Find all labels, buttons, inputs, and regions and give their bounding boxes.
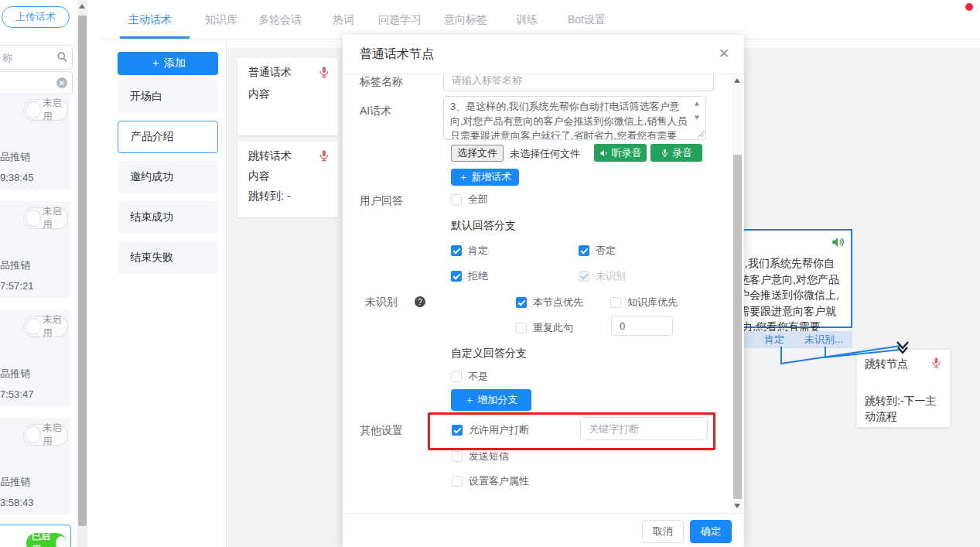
tab-hot-words[interactable]: 热词 — [333, 13, 354, 27]
ai-script-textarea[interactable]: 3、是这样的,我们系统先帮你自动打电话筛选客户意向,对您产品有意向的客户会推送到… — [443, 96, 706, 140]
choose-file-button[interactable]: 选择文件 — [451, 145, 504, 162]
unrecognized-label: 未识别 — [365, 296, 398, 309]
close-icon[interactable]: ✕ — [719, 46, 729, 62]
node-card-jump-script[interactable]: 跳转话术 内容 跳转到: - — [237, 142, 338, 217]
script-item-label: 邀约成功 — [130, 170, 173, 184]
checkbox-box[interactable] — [451, 245, 462, 256]
textarea-scroll-up[interactable] — [695, 102, 699, 106]
cancel-button[interactable]: 取消 — [642, 520, 684, 543]
checkbox-unrecognized-disabled: 未识别 — [579, 269, 626, 283]
tab-question-learning[interactable]: 问题学习 — [378, 13, 422, 27]
node-card-title: 普通话术 — [248, 66, 292, 80]
checkbox-customer-attr[interactable]: 设置客户属性 — [452, 474, 529, 488]
checkbox-box[interactable] — [516, 297, 527, 308]
checkbox-affirm[interactable]: 肯定 — [451, 244, 488, 258]
checkbox-box[interactable] — [451, 194, 462, 205]
script-item-label: 结束成功 — [130, 210, 173, 224]
help-icon[interactable]: ? — [415, 296, 425, 307]
tab-intent-label[interactable]: 意向标签 — [444, 13, 487, 27]
speaker-icon[interactable] — [831, 235, 845, 249]
enable-toggle-on[interactable]: 已启用 — [26, 533, 67, 547]
search-icon[interactable] — [56, 51, 68, 63]
checkbox-send-sms[interactable]: 发送短信 — [452, 450, 509, 463]
add-script-label: 添加 — [164, 56, 186, 69]
toggle-label: 未启用 — [43, 97, 68, 123]
checkbox-repeat[interactable]: 重复此句 — [516, 321, 573, 335]
checkbox-box[interactable] — [516, 323, 527, 333]
checkbox-label: 未识别 — [596, 269, 626, 283]
listen-recording-button[interactable]: 听录音 — [594, 144, 647, 162]
checkbox-negative[interactable]: 否定 — [579, 244, 616, 258]
script-item-opening[interactable]: 开场白 — [118, 80, 218, 113]
tab-multi-turn[interactable]: 多轮会话 — [258, 13, 302, 27]
checkbox-box[interactable] — [451, 271, 462, 282]
confirm-button[interactable]: 确定 — [690, 520, 732, 543]
checkbox-box[interactable] — [452, 476, 463, 487]
mic-icon — [318, 65, 330, 79]
modal-scroll-down[interactable] — [734, 504, 740, 508]
add-branch-button[interactable]: ＋ 增加分支 — [451, 389, 531, 411]
script-item-label: 结束失败 — [130, 251, 173, 265]
scroll-up-arrow[interactable] — [79, 4, 85, 9]
checkbox-box[interactable] — [610, 297, 621, 308]
enable-toggle[interactable]: 未启用 — [23, 316, 68, 337]
checkbox-node-first[interactable]: 本节点优先 — [516, 296, 583, 309]
checkbox-all[interactable]: 全部 — [451, 193, 488, 207]
checkbox-label: 设置客户属性 — [469, 474, 529, 488]
node-card-title: 跳转话术 — [248, 149, 292, 163]
modal-title: 普通话术节点 — [360, 46, 434, 63]
checkbox-kb-first[interactable]: 知识库优先 — [610, 296, 678, 309]
campaign-time: 9:38:45 — [0, 172, 33, 183]
active-tab-underline — [120, 36, 190, 39]
app-root: 上传话术 称 ✕ 未启用 品推销 9:38:45 未启用 品推销 7:57:21… — [0, 0, 980, 547]
node-card-normal-script[interactable]: 普通话术 内容 — [237, 58, 338, 135]
enable-toggle[interactable]: 未启用 — [23, 424, 68, 446]
campaign-card[interactable]: 未启用 品推销 7:57:21 — [0, 201, 70, 298]
toggle-knob — [26, 101, 41, 118]
tab-training[interactable]: 训练 — [516, 13, 538, 27]
checkbox-reject[interactable]: 拒绝 — [451, 269, 488, 283]
sidebar-scrollbar[interactable] — [77, 0, 87, 547]
campaign-name: 品推销 — [0, 367, 30, 381]
tab-active-script[interactable]: 主动话术 — [128, 13, 172, 27]
campaign-card[interactable]: 未启用 品推销 9:38:45 — [0, 93, 70, 190]
script-item-end-success[interactable]: 结束成功 — [118, 201, 218, 234]
tab-knowledge-base[interactable]: 知识库 — [205, 13, 237, 27]
repeat-count-input[interactable] — [611, 316, 673, 336]
filter-input[interactable]: ✕ — [0, 71, 73, 94]
script-item-end-fail[interactable]: 结束失败 — [118, 241, 218, 274]
enable-toggle[interactable]: 未启用 — [23, 207, 68, 229]
node-card-content: 内容 — [248, 169, 270, 183]
tab-bot-settings[interactable]: Bot设置 — [568, 13, 606, 27]
ai-script-label: AI话术 — [360, 104, 391, 118]
modal-scroll-thumb[interactable] — [733, 155, 742, 499]
clear-icon[interactable]: ✕ — [56, 77, 67, 88]
campaign-card[interactable]: 未启用 品推销 7:53:47 — [0, 309, 70, 406]
search-input-text: 称 — [2, 51, 12, 65]
script-item-label: 产品介绍 — [131, 130, 174, 144]
panel-divider — [226, 39, 227, 547]
modal-body: 标签名称 AI话术 3、是这样的,我们系统先帮你自动打电话筛选客户意向,对您产品… — [343, 35, 744, 513]
textarea-resize-handle[interactable] — [698, 131, 705, 138]
script-item-product-intro[interactable]: 产品介绍 — [118, 121, 218, 153]
checkbox-box[interactable] — [452, 451, 463, 462]
campaign-card-selected[interactable]: 已启用 — [0, 525, 71, 547]
campaign-card[interactable]: 未启用 品推销 3:58:43 — [0, 418, 70, 515]
enable-toggle[interactable]: 未启用 — [23, 99, 68, 121]
add-script-button[interactable]: ＋ 添加 — [118, 52, 218, 75]
scroll-thumb[interactable] — [78, 15, 87, 526]
modal-scroll-up[interactable] — [734, 78, 740, 83]
checkbox-not[interactable]: 不是 — [451, 370, 488, 384]
checkbox-box[interactable] — [451, 371, 462, 382]
add-script-line-button[interactable]: ＋ 新增话术 — [451, 169, 519, 186]
search-input[interactable]: 称 — [0, 45, 73, 70]
checkbox-box[interactable] — [579, 245, 589, 256]
record-button[interactable]: 录音 — [650, 144, 702, 162]
node-card-content: 内容 — [248, 87, 270, 101]
checkbox-label: 否定 — [596, 244, 616, 258]
script-item-invite-success[interactable]: 邀约成功 — [118, 161, 218, 193]
textarea-scroll-down[interactable] — [695, 116, 699, 120]
upload-script-button[interactable]: 上传话术 — [2, 6, 70, 28]
no-file-text: 未选择任何文件 — [510, 147, 580, 161]
modal-scrollbar[interactable] — [732, 74, 743, 513]
